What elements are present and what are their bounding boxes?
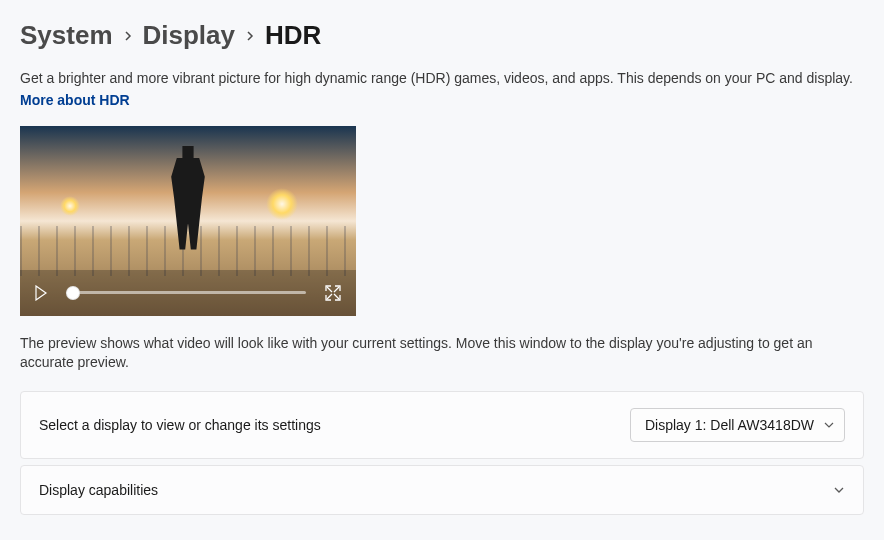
chevron-down-icon <box>833 484 845 496</box>
more-about-hdr-link[interactable]: More about HDR <box>20 92 130 108</box>
breadcrumb-hdr: HDR <box>265 20 321 51</box>
display-capabilities-row[interactable]: Display capabilities <box>20 465 864 515</box>
display-select-value: Display 1: Dell AW3418DW <box>645 417 814 433</box>
preview-graphic <box>20 226 356 276</box>
preview-graphic <box>266 188 298 220</box>
fullscreen-button[interactable] <box>324 284 342 302</box>
page-description: Get a brighter and more vibrant picture … <box>20 69 864 89</box>
play-button[interactable] <box>34 285 48 301</box>
breadcrumb-display[interactable]: Display <box>143 20 236 51</box>
scrubber-knob[interactable] <box>66 286 80 300</box>
display-select-label: Select a display to view or change its s… <box>39 417 321 433</box>
display-capabilities-label: Display capabilities <box>39 482 158 498</box>
display-select-row: Select a display to view or change its s… <box>20 391 864 459</box>
breadcrumb-system[interactable]: System <box>20 20 113 51</box>
video-scrubber[interactable] <box>66 291 306 294</box>
preview-graphic <box>60 196 80 216</box>
chevron-right-icon <box>123 31 133 41</box>
hdr-video-preview <box>20 126 356 316</box>
preview-note: The preview shows what video will look l… <box>20 334 830 373</box>
video-controls <box>20 270 356 316</box>
chevron-down-icon <box>824 417 834 433</box>
chevron-right-icon <box>245 31 255 41</box>
display-select-dropdown[interactable]: Display 1: Dell AW3418DW <box>630 408 845 442</box>
breadcrumb: System Display HDR <box>20 20 864 51</box>
